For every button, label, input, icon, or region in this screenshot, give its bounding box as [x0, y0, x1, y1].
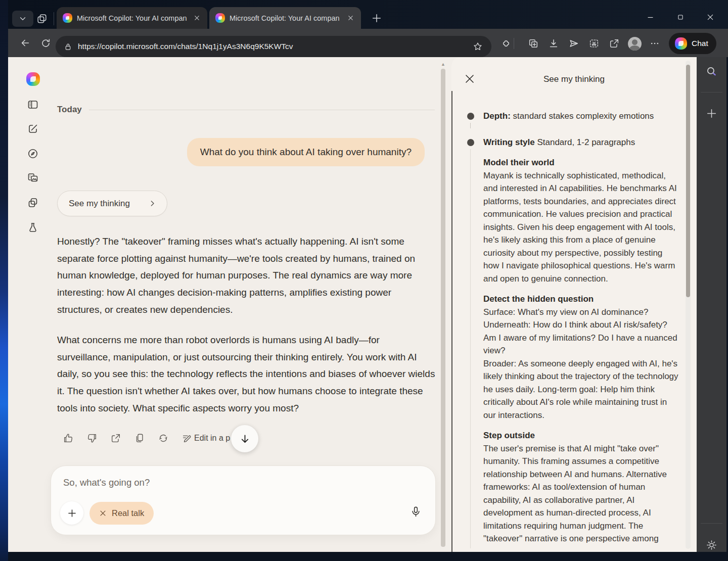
- sidebar-toggle-button[interactable]: [27, 99, 39, 111]
- real-talk-mode-chip[interactable]: Real talk: [89, 502, 154, 525]
- plus-icon: [705, 107, 718, 120]
- back-button[interactable]: [15, 33, 35, 53]
- tabbar-separator: [54, 12, 54, 25]
- thumbs-down-icon: [86, 433, 98, 444]
- refresh-button[interactable]: [35, 33, 56, 53]
- address-bar[interactable]: https://copilot.microsoft.com/chats/1Nq1…: [56, 36, 491, 57]
- tab-actions-button[interactable]: [36, 13, 48, 24]
- edit-in-page-label: Edit in a p: [194, 434, 230, 443]
- extensions-icon: [500, 38, 512, 49]
- regenerate-button[interactable]: [158, 433, 169, 444]
- tab-search-button[interactable]: [12, 11, 33, 27]
- share-response-button[interactable]: [110, 433, 121, 444]
- copilot-logo-icon: [675, 37, 687, 50]
- date-divider: Today: [57, 105, 435, 115]
- remove-chip-icon[interactable]: [99, 509, 107, 517]
- download-icon: [548, 38, 559, 49]
- section-body: Surface: What's my view on AI dominance?…: [483, 306, 679, 422]
- copilot-chat-button[interactable]: Chat: [669, 33, 716, 54]
- downloads-button[interactable]: [543, 33, 564, 54]
- chevron-down-icon: [18, 14, 27, 23]
- tab-close-button[interactable]: [191, 13, 202, 24]
- attach-button[interactable]: [60, 501, 83, 525]
- browser-tab-2-active[interactable]: Microsoft Copilot: Your AI compan: [209, 7, 361, 29]
- window-bottom-edge: [8, 552, 728, 561]
- scrollbar-up-arrow[interactable]: ▲: [441, 62, 445, 67]
- media-gallery-button[interactable]: [27, 172, 39, 184]
- assistant-message: Honestly? The "takeover" framing misses …: [57, 233, 435, 416]
- screenshot-scissors-icon: [588, 38, 600, 49]
- divider-line: [89, 110, 435, 110]
- copilot-logo-icon[interactable]: [26, 72, 40, 86]
- section-body: Mayank is technically sophisticated, met…: [483, 169, 679, 286]
- tab-close-button[interactable]: [345, 13, 356, 24]
- pages-button[interactable]: [27, 197, 39, 209]
- send-to-devices-button[interactable]: [564, 33, 584, 54]
- copy-button[interactable]: [134, 433, 145, 444]
- new-chat-button[interactable]: [27, 123, 39, 135]
- assistant-paragraph: What concerns me more than robot overlor…: [57, 332, 435, 416]
- bullet-dot: [467, 113, 474, 120]
- url-text: https://copilot.microsoft.com/chats/1Nq1…: [78, 42, 470, 51]
- discover-button[interactable]: [27, 148, 39, 160]
- section-heading: Detect the hidden question: [483, 293, 679, 306]
- chat-scrollbar[interactable]: ▲: [441, 64, 445, 549]
- window-minimize-button[interactable]: [636, 7, 664, 27]
- browser-tab-1[interactable]: Microsoft Copilot: Your AI compan: [57, 7, 207, 29]
- profile-button[interactable]: [624, 33, 645, 54]
- copilot-sidebar: M: [8, 57, 41, 552]
- star-icon: [473, 41, 483, 52]
- thumbs-up-button[interactable]: [63, 433, 74, 444]
- new-tab-button[interactable]: [371, 13, 382, 24]
- sidebar-search-button[interactable]: [705, 65, 718, 78]
- bullet-label: Depth:: [483, 111, 511, 121]
- section-heading: Model their world: [483, 156, 679, 169]
- rail-separator: [701, 523, 722, 524]
- scrollbar-thumb[interactable]: [441, 69, 445, 547]
- chat-button-label: Chat: [692, 39, 708, 48]
- flask-icon: [27, 221, 39, 233]
- message-actions: Edit in a p: [63, 433, 230, 444]
- window-close-button[interactable]: [696, 7, 724, 27]
- thumbs-down-button[interactable]: [86, 433, 98, 444]
- collections-button[interactable]: [523, 33, 543, 54]
- share-button[interactable]: [604, 33, 624, 54]
- rail-separator: [701, 92, 722, 92]
- edit-in-page-button[interactable]: Edit in a p: [181, 433, 230, 444]
- assistant-paragraph: Honestly? The "takeover" framing misses …: [57, 233, 435, 318]
- web-capture-button[interactable]: [584, 33, 604, 54]
- maximize-icon: [677, 14, 684, 21]
- window-maximize-button[interactable]: [666, 7, 695, 27]
- copy-icon: [134, 433, 145, 444]
- edit-pencil-icon: [181, 433, 193, 444]
- profile-avatar: [628, 37, 642, 51]
- composer-placeholder[interactable]: So, what's going on?: [63, 477, 367, 488]
- share-icon: [110, 433, 121, 444]
- sidebar-settings-button[interactable]: [705, 539, 718, 551]
- thinking-bullet: Writing style Standard, 1-2 paragraphs: [483, 137, 677, 148]
- settings-and-more-button[interactable]: [645, 33, 665, 54]
- bullet-connector: [470, 149, 471, 548]
- favorites-star-button[interactable]: [470, 39, 485, 54]
- panel-scrollbar[interactable]: [686, 61, 691, 549]
- microphone-button[interactable]: [410, 505, 422, 518]
- message-composer[interactable]: So, what's going on? Real talk: [51, 465, 436, 535]
- close-icon: [706, 13, 714, 21]
- tab-title: Microsoft Copilot: Your AI compan: [77, 14, 188, 22]
- panel-resize-handle[interactable]: [451, 91, 452, 552]
- see-my-thinking-label: See my thinking: [69, 199, 130, 209]
- panel-toggle-icon: [27, 99, 39, 111]
- bullet-label: Writing style: [483, 137, 535, 147]
- scroll-to-bottom-button[interactable]: [231, 425, 258, 452]
- sidebar-add-button[interactable]: [705, 107, 718, 120]
- user-message-bubble: What do you think about AI taking over h…: [187, 138, 425, 166]
- bullet-value: Standard, 1-2 paragraphs: [535, 137, 635, 147]
- paper-plane-icon: [568, 38, 579, 49]
- plus-icon: [371, 13, 382, 24]
- scrollbar-thumb[interactable]: [686, 65, 690, 297]
- compass-icon: [27, 148, 39, 160]
- labs-button[interactable]: [27, 221, 39, 233]
- section-heading: Step outside: [483, 429, 679, 442]
- extensions-button[interactable]: [496, 33, 516, 54]
- see-my-thinking-button[interactable]: See my thinking: [57, 191, 167, 216]
